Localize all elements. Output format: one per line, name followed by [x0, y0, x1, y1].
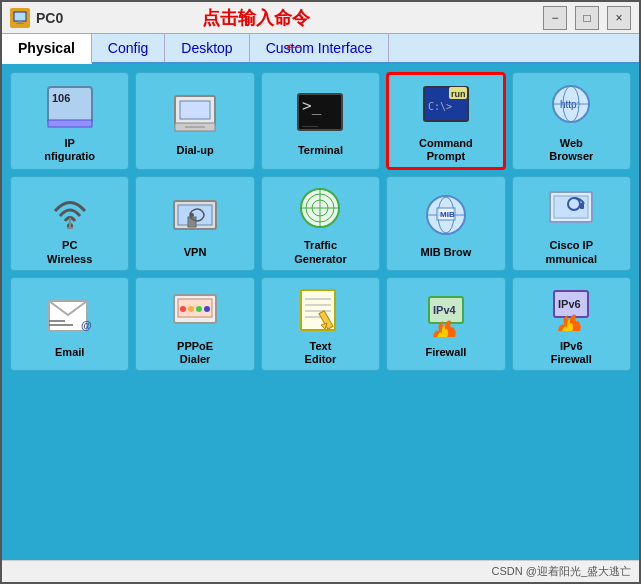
main-window: PC0 点击输入命令 ← − □ × Physical Config Deskt…: [0, 0, 641, 584]
dialup-label: Dial-up: [176, 144, 213, 157]
icon-vpn[interactable]: VPN: [135, 176, 254, 270]
ip-config-label: IPnfiguratio: [44, 137, 95, 163]
command-prompt-label: CommandPrompt: [419, 137, 473, 163]
icon-ip-config[interactable]: 106 IPnfiguratio: [10, 72, 129, 170]
vpn-label: VPN: [184, 246, 207, 259]
pppoe-label: PPPoEDialer: [177, 340, 213, 366]
pc-wireless-label: PCWireless: [47, 239, 92, 265]
tab-bar: Physical Config Desktop Custom Interface: [2, 34, 639, 64]
cisco-ip-label: Cisco IPmmunical: [546, 239, 597, 265]
wireless-icon: [45, 186, 95, 232]
svg-rect-5: [48, 120, 92, 127]
svg-rect-41: [580, 203, 584, 209]
status-bar: CSDN @迎着阳光_盛大逃亡: [2, 560, 639, 582]
annotation-text: 点击输入命令: [202, 6, 310, 30]
firewall-icon: IPv4: [421, 293, 471, 339]
traffic-gen-label: TrafficGenerator: [294, 239, 347, 265]
icon-command-prompt[interactable]: run C:\> CommandPrompt: [386, 72, 505, 170]
svg-rect-0: [14, 12, 26, 21]
icon-pppoe[interactable]: PPPoEDialer: [135, 277, 254, 371]
svg-text:run: run: [451, 89, 466, 99]
dialup-icon: [170, 91, 220, 137]
svg-text:106: 106: [52, 92, 70, 104]
icon-web-browser[interactable]: http: WebBrowser: [512, 72, 631, 170]
icon-terminal[interactable]: >_ ___ Terminal: [261, 72, 380, 170]
svg-rect-1: [18, 21, 22, 23]
status-text: CSDN @迎着阳光_盛大逃亡: [491, 564, 631, 579]
web-icon: http:: [546, 84, 596, 130]
mib-browser-label: MIB Brow: [421, 246, 472, 259]
pppoe-icon: [170, 287, 220, 333]
terminal-icon: >_ ___: [295, 91, 345, 137]
text-editor-icon: [295, 287, 345, 333]
maximize-button[interactable]: □: [575, 6, 599, 30]
svg-point-50: [196, 306, 202, 312]
title-bar: PC0 点击输入命令 ← − □ ×: [2, 2, 639, 34]
email-label: Email: [55, 346, 84, 359]
cmd-icon: run C:\>: [421, 84, 471, 130]
svg-text:___: ___: [302, 117, 319, 127]
tab-physical[interactable]: Physical: [2, 34, 92, 64]
window-title: PC0: [36, 10, 63, 26]
web-browser-label: WebBrowser: [549, 137, 593, 163]
cisco-icon: [546, 186, 596, 232]
tab-config[interactable]: Config: [92, 34, 165, 62]
ip-config-icon: 106: [45, 84, 95, 130]
tab-custom[interactable]: Custom Interface: [250, 34, 390, 62]
svg-text:IPv6: IPv6: [558, 298, 581, 310]
svg-text:IPv4: IPv4: [433, 304, 457, 316]
ipv6fw-icon: IPv6: [546, 287, 596, 333]
svg-point-49: [188, 306, 194, 312]
email-icon: @: [45, 293, 95, 339]
terminal-label: Terminal: [298, 144, 343, 157]
icon-firewall[interactable]: IPv4 Firewall: [386, 277, 505, 371]
icon-dialup[interactable]: Dial-up: [135, 72, 254, 170]
mib-icon: MIB: [421, 193, 471, 239]
svg-point-51: [204, 306, 210, 312]
icon-traffic-gen[interactable]: TrafficGenerator: [261, 176, 380, 270]
svg-rect-7: [180, 101, 210, 119]
icon-grid: 106 IPnfiguratio Dial-up: [10, 72, 631, 371]
window-controls: − □ ×: [543, 6, 631, 30]
traffic-icon: [295, 186, 345, 232]
tab-desktop[interactable]: Desktop: [165, 34, 249, 62]
close-button[interactable]: ×: [607, 6, 631, 30]
svg-text:MIB: MIB: [440, 210, 455, 219]
svg-text:@: @: [81, 319, 92, 331]
vpn-icon: [170, 193, 220, 239]
svg-text:C:\>: C:\>: [428, 101, 452, 112]
icon-cisco-ip[interactable]: Cisco IPmmunical: [512, 176, 631, 270]
text-editor-label: TextEditor: [305, 340, 337, 366]
icon-pc-wireless[interactable]: PCWireless: [10, 176, 129, 270]
svg-text:>_: >_: [302, 96, 322, 115]
icon-mib-browser[interactable]: MIB MIB Brow: [386, 176, 505, 270]
icon-email[interactable]: @ Email: [10, 277, 129, 371]
icon-text-editor[interactable]: TextEditor: [261, 277, 380, 371]
firewall-label: Firewall: [425, 346, 466, 359]
desktop-content: 106 IPnfiguratio Dial-up: [2, 64, 639, 560]
svg-point-48: [180, 306, 186, 312]
icon-ipv6-firewall[interactable]: IPv6 IPv6Firewall: [512, 277, 631, 371]
ipv6-firewall-label: IPv6Firewall: [551, 340, 592, 366]
minimize-button[interactable]: −: [543, 6, 567, 30]
svg-point-27: [190, 213, 194, 217]
window-icon: [10, 8, 30, 28]
svg-rect-2: [16, 23, 24, 24]
